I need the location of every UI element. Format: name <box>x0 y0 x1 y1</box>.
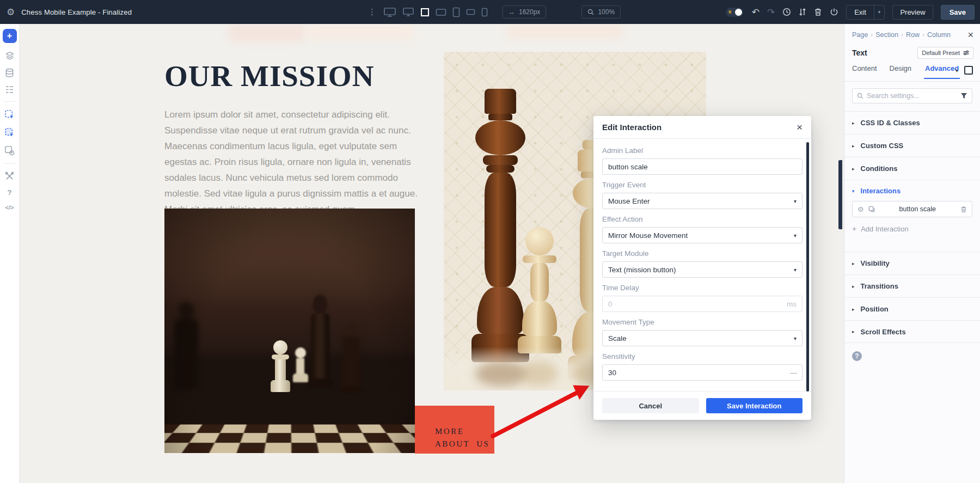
database-icon[interactable] <box>5 68 14 78</box>
interaction-item[interactable]: ⚙ button scale <box>852 201 972 217</box>
time-delay-input[interactable]: 0 ms <box>602 296 803 312</box>
settings-gear-icon[interactable]: ⚙ <box>7 7 15 18</box>
desktop-icon[interactable] <box>402 7 414 17</box>
add-interaction-label: Add Interaction <box>861 225 908 233</box>
tab-design[interactable]: Design <box>890 64 911 78</box>
cancel-button[interactable]: Cancel <box>602 398 699 413</box>
default-preset-button[interactable]: Default Preset <box>917 47 973 59</box>
trash-icon[interactable] <box>814 8 822 16</box>
undo-icon[interactable]: ↶ <box>752 7 759 18</box>
viewport-width-value: 1620px <box>519 8 540 16</box>
section-transitions[interactable]: ▸ Transitions <box>844 274 980 297</box>
section-label: Custom CSS <box>861 142 904 150</box>
trigger-event-select[interactable]: Mouse Enter ▾ <box>602 193 803 209</box>
add-module-button[interactable]: + <box>3 29 17 43</box>
active-section-indicator <box>840 160 842 229</box>
phone-landscape-icon[interactable] <box>466 9 475 15</box>
top-toolbar: ⚙ Chess Mobile Example - Finalized ⋮ <box>0 0 980 24</box>
module-name: Text <box>852 48 867 57</box>
modal-scrollbar-thumb[interactable] <box>806 142 809 392</box>
more-about-us-button[interactable]: MORE ABOUT US <box>415 406 494 454</box>
sort-portability-icon[interactable] <box>799 8 806 16</box>
power-icon[interactable] <box>830 8 838 16</box>
page-title: Chess Mobile Example - Finalized <box>21 8 132 16</box>
time-delay-placeholder: 0 <box>608 300 612 308</box>
movement-type-select[interactable]: Scale ▾ <box>602 330 803 346</box>
page-canvas[interactable]: OUR MISSION Lorem ipsum dolor sit amet, … <box>20 24 844 483</box>
section-position[interactable]: ▸ Position <box>844 297 980 320</box>
effect-action-select[interactable]: Mirror Mouse Movement ▾ <box>602 227 803 243</box>
interactions-header[interactable]: ▾ Interactions <box>844 187 980 195</box>
more-options-icon[interactable]: ⋮ <box>368 7 376 17</box>
interaction-settings-icon[interactable]: ⚙ <box>857 205 864 213</box>
exit-button[interactable]: Exit <box>847 5 874 19</box>
redo-icon[interactable]: ↷ <box>767 7 775 18</box>
breadcrumb-column[interactable]: Column <box>927 31 951 39</box>
cropped-image-blob <box>229 24 305 42</box>
modal-close-icon[interactable]: × <box>797 122 803 132</box>
panel-close-icon[interactable]: × <box>967 30 973 40</box>
phone-portrait-icon[interactable] <box>481 8 488 17</box>
add-interaction-link[interactable]: + Add Interaction <box>852 224 972 233</box>
layers-icon[interactable] <box>5 51 15 60</box>
section-css-id-classes[interactable]: ▸ CSS ID & Classes <box>844 111 980 134</box>
caret-right-icon: ▸ <box>852 284 855 289</box>
history-icon[interactable] <box>782 8 791 16</box>
tab-advanced[interactable]: Advanced <box>924 64 960 79</box>
preview-button[interactable]: Preview <box>892 5 933 20</box>
preset-sliders-icon <box>963 50 969 56</box>
save-interaction-button[interactable]: Save Interaction <box>706 398 803 413</box>
section-conditions[interactable]: ▸ Conditions <box>844 157 980 180</box>
current-breakpoint-icon[interactable] <box>420 8 430 17</box>
theme-toggle[interactable]: ☀ <box>726 8 743 17</box>
breadcrumb-page[interactable]: Page <box>852 31 868 39</box>
section-custom-css[interactable]: ▸ Custom CSS <box>844 134 980 157</box>
viewport-width-input[interactable]: ↔ 1620px <box>503 5 546 19</box>
drag-select-icon[interactable] <box>4 127 15 138</box>
expand-panel-icon[interactable] <box>964 66 973 75</box>
module-history-icon[interactable] <box>4 145 15 156</box>
help-icon[interactable]: ? <box>8 188 12 197</box>
exit-caret-icon[interactable]: ▾ <box>874 5 885 19</box>
trigger-event-label: Trigger Event <box>602 181 803 189</box>
search-settings-input[interactable] <box>867 92 957 100</box>
modal-title: Edit Interaction <box>602 123 661 132</box>
desktop-large-icon[interactable] <box>383 7 396 17</box>
section-label: Transitions <box>861 282 898 290</box>
admin-label-label: Admin Label <box>602 146 803 155</box>
help-button[interactable]: ? <box>852 351 862 361</box>
tools-icon[interactable] <box>5 172 14 181</box>
caret-right-icon: ▸ <box>852 120 855 126</box>
modal-footer: Cancel Save Interaction <box>593 391 811 420</box>
wireframe-icon[interactable] <box>5 85 14 94</box>
click-select-icon[interactable] <box>4 109 15 120</box>
target-module-value: Text (mission button) <box>608 266 676 274</box>
code-icon[interactable]: </> <box>5 204 14 211</box>
caret-down-icon: ▾ <box>794 198 797 204</box>
tablet-portrait-icon[interactable] <box>452 7 460 17</box>
filter-funnel-icon[interactable] <box>960 93 967 99</box>
section-visibility[interactable]: ▸ Visibility <box>844 252 980 274</box>
mission-paragraph: Lorem ipsum dolor sit amet, consectetur … <box>164 107 418 217</box>
zoom-level-input[interactable]: 100% <box>581 5 621 19</box>
interaction-duplicate-icon[interactable] <box>868 206 875 212</box>
tablet-landscape-icon[interactable] <box>436 8 446 16</box>
tab-content[interactable]: Content <box>852 64 877 78</box>
toolbar-center: ⋮ ↔ 1620px <box>368 0 621 24</box>
breadcrumb-section[interactable]: Section <box>875 31 898 39</box>
cta-line-1: MORE <box>435 425 494 438</box>
admin-label-input[interactable] <box>602 158 803 175</box>
target-module-select[interactable]: Text (mission button) ▾ <box>602 261 803 278</box>
effect-action-label: Effect Action <box>602 215 803 223</box>
chessboard-photo <box>164 209 415 453</box>
breadcrumb-row[interactable]: Row <box>906 31 920 39</box>
save-button[interactable]: Save <box>941 5 975 20</box>
section-scroll-effects[interactable]: ▸ Scroll Effects <box>844 320 980 343</box>
sensitivity-input[interactable] <box>602 364 803 381</box>
interaction-delete-icon[interactable] <box>960 206 967 213</box>
tabs-caret-icon[interactable]: ▾ <box>955 68 958 74</box>
cream-pawn-piece <box>516 227 563 353</box>
caret-right-icon: ▸ <box>852 166 855 172</box>
caret-right-icon: ▸ <box>852 143 855 149</box>
zoom-magnifier-icon <box>587 9 594 15</box>
